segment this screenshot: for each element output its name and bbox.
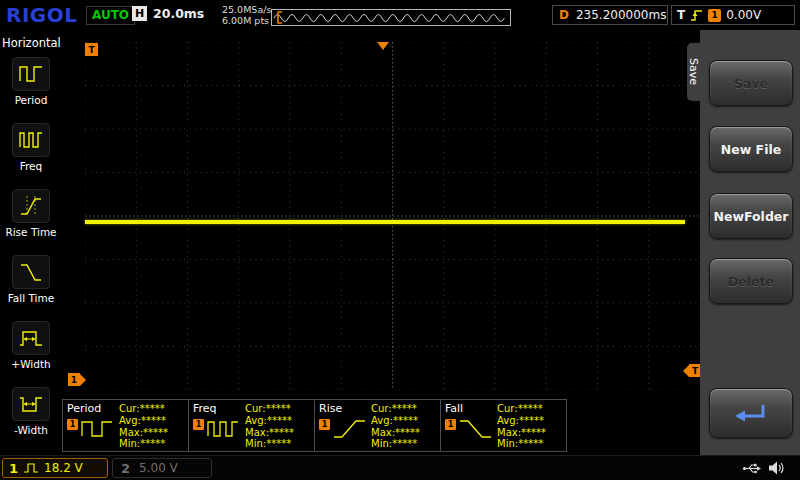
rigol-logo: RIGOL [6, 3, 78, 27]
freq-waveform-icon [206, 417, 242, 441]
plus-width-icon [12, 321, 50, 355]
channel2-status[interactable]: 2 5.00 V [112, 458, 212, 478]
new-folder-button[interactable]: NewFolder [709, 193, 793, 239]
channel1-number: 1 [9, 461, 18, 476]
trigger-source-badge: 1 [708, 9, 721, 22]
sidebar-item-plus-width[interactable]: +Width [0, 318, 62, 384]
measurement-name: Fall [445, 402, 463, 415]
measurement-values: Cur:***** Avg:***** Max:***** Min:***** [245, 403, 294, 450]
channel-badge: 1 [319, 419, 330, 430]
channel1-status[interactable]: 1 18.2 V [2, 458, 108, 478]
fall-waveform-icon [458, 417, 494, 441]
freq-icon [12, 123, 50, 157]
sidebar-item-label: Rise Time [5, 226, 56, 238]
graticule: T 1 T [85, 42, 700, 390]
measurement-panel-rise: Rise 1 Cur:***** Avg:***** Max:***** Min… [314, 399, 441, 452]
measurement-values: Cur:***** Avg:***** Max:***** Min:***** [497, 403, 546, 450]
measurement-panel-fall: Fall 1 Cur:***** Avg:***** Max:***** Min… [440, 399, 567, 452]
period-icon [12, 57, 50, 91]
ch1-trace [85, 220, 685, 224]
measurement-name: Freq [193, 402, 217, 415]
channel1-scale: 18.2 V [44, 461, 83, 475]
grid-lines [85, 42, 700, 390]
save-button[interactable]: Save [709, 60, 793, 106]
fall-time-icon [12, 255, 50, 289]
channel-badge: 1 [67, 419, 78, 430]
measurement-name: Period [67, 402, 101, 415]
trigger-level-value: 0.00V [726, 8, 761, 22]
sidebar-item-label: Period [15, 94, 48, 106]
rise-waveform-icon [332, 417, 368, 441]
channel1-coupling-icon [23, 462, 39, 474]
channel-badge: 1 [193, 419, 204, 430]
channel2-scale: 5.00 V [139, 461, 178, 475]
trigger-delay: D 235.200000ms [552, 5, 668, 25]
sidebar-item-rise-time[interactable]: Rise Time [0, 186, 62, 252]
measurement-values: Cur:***** Avg:***** Max:***** Min:***** [119, 403, 168, 450]
delay-label: D [559, 8, 569, 22]
rising-edge-icon [690, 8, 703, 23]
sidebar-item-label: Freq [20, 160, 43, 172]
period-waveform-icon [80, 417, 116, 441]
oscilloscope-screen: RIGOL AUTO H 20.0ms 25.0MSa/s 6.00M pts … [0, 0, 800, 480]
usb-icon [742, 461, 762, 480]
sidebar-item-label: -Width [14, 424, 48, 436]
measurement-bar: Period 1 Cur:***** Avg:***** Max:***** M… [62, 399, 566, 452]
sidebar-item-label: +Width [11, 358, 50, 370]
softkey-menu: Save Save New File NewFolder Delete [700, 30, 800, 455]
acquisition-info: 25.0MSa/s 6.00M pts [222, 4, 271, 26]
trigger-info: T 1 0.00V [671, 5, 795, 25]
ch1-offset-marker[interactable]: 1 [68, 373, 86, 386]
trigger-position-marker[interactable] [377, 42, 389, 50]
return-arrow-icon [731, 400, 771, 426]
channel-status-bar: 1 18.2 V 2 5.00 V [0, 455, 800, 480]
measurement-panel-freq: Freq 1 Cur:***** Avg:***** Max:***** Min… [188, 399, 315, 452]
measurement-name: Rise [319, 402, 342, 415]
sidebar-item-label: Fall Time [8, 292, 54, 304]
trigger-label: T [677, 8, 685, 22]
trigger-time-marker[interactable]: T [85, 43, 98, 56]
sample-rate: 25.0MSa/s [222, 4, 271, 15]
top-status-bar: RIGOL AUTO H 20.0ms 25.0MSa/s 6.00M pts … [0, 0, 800, 30]
timebase-value: 20.0ms [153, 6, 204, 21]
channel2-number: 2 [121, 461, 130, 476]
speaker-icon [768, 460, 786, 480]
horizontal-timebase: H 20.0ms [132, 6, 204, 21]
delete-button[interactable]: Delete [709, 258, 793, 304]
channel-badge: 1 [445, 419, 456, 430]
back-button[interactable] [709, 388, 793, 438]
sidebar-item-minus-width[interactable]: -Width [0, 384, 62, 450]
sidebar-title: Horizontal [0, 30, 62, 54]
rise-time-icon [12, 189, 50, 223]
delay-value: 235.200000ms [576, 8, 666, 22]
memory-depth: 6.00M pts [222, 15, 271, 26]
sidebar-item-freq[interactable]: Freq [0, 120, 62, 186]
sidebar-item-period[interactable]: Period [0, 54, 62, 120]
minus-width-icon [12, 387, 50, 421]
measurement-values: Cur:***** Avg:***** Max:***** Min:***** [371, 403, 420, 450]
trigger-level-marker[interactable]: T [683, 364, 701, 377]
measure-sidebar: Horizontal Period Freq Rise Time [0, 30, 62, 455]
measurement-panel-period: Period 1 Cur:***** Avg:***** Max:***** M… [62, 399, 189, 452]
run-status-badge: AUTO [86, 6, 135, 25]
horizontal-label: H [132, 6, 147, 21]
new-file-button[interactable]: New File [709, 126, 793, 172]
menu-tab-save: Save [687, 43, 700, 101]
sidebar-item-fall-time[interactable]: Fall Time [0, 252, 62, 318]
waveform-memory-preview[interactable] [271, 9, 511, 26]
